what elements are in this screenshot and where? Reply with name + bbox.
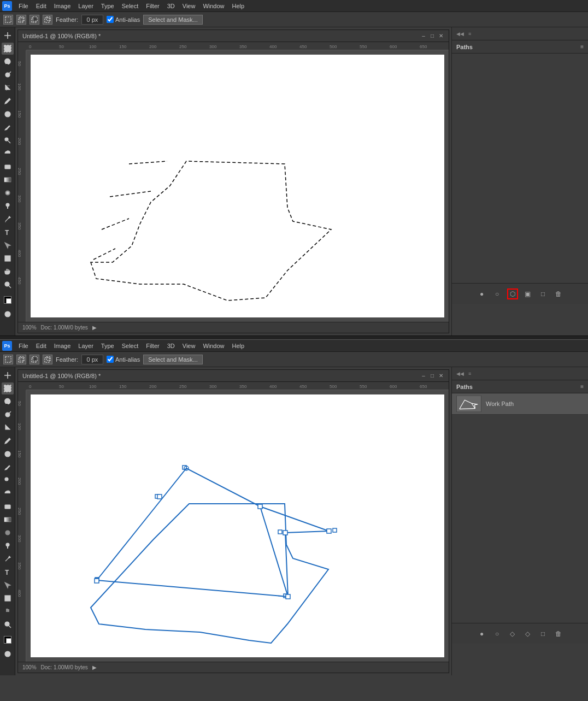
- menu-window[interactable]: Window: [199, 2, 227, 10]
- gradient-tool[interactable]: [2, 174, 14, 186]
- menu-help-2[interactable]: Help: [229, 341, 248, 350]
- hand-tool[interactable]: [2, 266, 14, 278]
- eyedropper-tool[interactable]: [2, 95, 14, 107]
- menu-select-2[interactable]: Select: [119, 341, 142, 350]
- lasso-tool-2[interactable]: [2, 396, 14, 408]
- shape-tool[interactable]: [2, 252, 14, 264]
- brush-tool-2[interactable]: [2, 461, 14, 473]
- quick-select-tool-2[interactable]: [2, 409, 14, 421]
- panel-options-top[interactable]: ≡: [468, 31, 471, 37]
- menu-type-2[interactable]: Type: [98, 341, 117, 350]
- healing-tool-2[interactable]: [2, 448, 14, 460]
- subtract-selection-btn[interactable]: [30, 15, 39, 25]
- top-canvas-area[interactable]: [26, 50, 449, 322]
- history-brush-tool[interactable]: [2, 148, 14, 160]
- lasso-tool[interactable]: [2, 56, 14, 68]
- menu-filter-2[interactable]: Filter: [143, 341, 162, 350]
- close-btn-2[interactable]: ✕: [438, 373, 444, 379]
- menu-help[interactable]: Help: [229, 2, 248, 10]
- menu-layer-2[interactable]: Layer: [75, 341, 97, 350]
- menu-type[interactable]: Type: [98, 2, 117, 10]
- move-tool-2[interactable]: [2, 369, 14, 381]
- feather-input[interactable]: [81, 15, 103, 25]
- new-path-btn-top[interactable]: □: [538, 288, 549, 299]
- eraser-tool[interactable]: [2, 161, 14, 173]
- stroke-path-btn-bottom[interactable]: ○: [492, 628, 503, 639]
- bottom-expand-btn[interactable]: ▶: [92, 664, 97, 670]
- marquee-tool-2[interactable]: [2, 382, 14, 394]
- text-tool[interactable]: T: [2, 226, 14, 238]
- menu-filter[interactable]: Filter: [143, 2, 162, 10]
- feather-input-2[interactable]: [81, 355, 103, 364]
- menu-edit-2[interactable]: Edit: [33, 341, 50, 350]
- maximize-btn[interactable]: □: [429, 33, 436, 39]
- bottom-panel-menu[interactable]: ≡: [580, 384, 584, 390]
- menu-image[interactable]: Image: [51, 2, 74, 10]
- intersect-selection-btn[interactable]: [43, 15, 52, 25]
- bottom-canvas-area[interactable]: [26, 390, 449, 662]
- path-selection-tool-2[interactable]: [2, 579, 14, 591]
- new-selection-btn[interactable]: [3, 15, 13, 25]
- healing-tool[interactable]: [2, 108, 14, 120]
- intersect-selection-btn-2[interactable]: [43, 355, 52, 364]
- fill-path-btn-bottom[interactable]: ●: [477, 628, 487, 639]
- fill-path-btn-top[interactable]: ●: [477, 288, 487, 299]
- delete-path-btn-bottom[interactable]: 🗑: [553, 628, 564, 639]
- panel-collapse-bottom[interactable]: ◀◀: [456, 371, 464, 376]
- menu-file-2[interactable]: File: [15, 341, 32, 350]
- quick-mask-btn[interactable]: [2, 308, 14, 320]
- pen-tool[interactable]: [2, 213, 14, 225]
- antialias-checkbox[interactable]: [107, 16, 114, 23]
- select-mask-button[interactable]: Select and Mask...: [143, 15, 203, 25]
- menu-select[interactable]: Select: [119, 2, 142, 10]
- work-path-item[interactable]: Work Path: [452, 393, 588, 415]
- top-panel-menu[interactable]: ≡: [580, 44, 584, 50]
- menu-view[interactable]: View: [179, 2, 199, 10]
- brush-tool[interactable]: [2, 121, 14, 133]
- maximize-btn-2[interactable]: □: [429, 373, 436, 379]
- minimize-btn-2[interactable]: –: [420, 373, 427, 379]
- new-selection-btn-2[interactable]: [3, 355, 13, 364]
- crop-tool-2[interactable]: [2, 422, 14, 434]
- path-to-selection-btn-bottom[interactable]: ◇: [507, 628, 518, 639]
- menu-window-2[interactable]: Window: [199, 341, 227, 350]
- clone-stamp-tool-2[interactable]: [2, 474, 14, 486]
- antialias-checkbox-2[interactable]: [107, 356, 114, 363]
- menu-layer[interactable]: Layer: [75, 2, 97, 10]
- menu-file[interactable]: File: [15, 2, 32, 10]
- add-selection-btn-2[interactable]: [16, 355, 26, 364]
- eyedropper-tool-2[interactable]: [2, 435, 14, 447]
- shape-tool-2[interactable]: [2, 592, 14, 604]
- crop-tool[interactable]: [2, 82, 14, 94]
- panel-collapse-top[interactable]: ◀◀: [456, 31, 464, 37]
- foreground-color-2[interactable]: [2, 634, 14, 646]
- menu-view-2[interactable]: View: [179, 341, 199, 350]
- pen-tool-2[interactable]: [2, 553, 14, 565]
- delete-path-btn-top[interactable]: 🗑: [553, 288, 564, 299]
- move-tool[interactable]: [2, 30, 14, 42]
- dodge-tool[interactable]: [2, 200, 14, 212]
- path-selection-tool[interactable]: [2, 239, 14, 251]
- stroke-path-btn-top[interactable]: ○: [492, 288, 503, 299]
- quick-mask-btn-2[interactable]: [2, 648, 14, 660]
- selection-to-path-btn-top[interactable]: ▣: [522, 288, 533, 299]
- menu-image-2[interactable]: Image: [51, 341, 74, 350]
- menu-edit[interactable]: Edit: [33, 2, 50, 10]
- close-btn[interactable]: ✕: [438, 33, 444, 39]
- top-expand-btn[interactable]: ▶: [92, 325, 97, 331]
- foreground-color[interactable]: [2, 294, 14, 306]
- new-path-btn-bottom[interactable]: □: [538, 628, 549, 639]
- select-mask-button-2[interactable]: Select and Mask...: [143, 355, 203, 364]
- selection-to-path-btn-bottom[interactable]: ◇: [522, 628, 533, 639]
- zoom-tool[interactable]: [2, 279, 14, 291]
- subtract-selection-btn-2[interactable]: [30, 355, 39, 364]
- dodge-tool-2[interactable]: [2, 540, 14, 552]
- gradient-tool-2[interactable]: [2, 514, 14, 526]
- clone-stamp-tool[interactable]: [2, 134, 14, 146]
- blur-tool-2[interactable]: [2, 527, 14, 539]
- menu-3d-2[interactable]: 3D: [164, 341, 178, 350]
- panel-options-bottom[interactable]: ≡: [468, 371, 471, 376]
- zoom-tool-2[interactable]: [2, 618, 14, 631]
- text-tool-2[interactable]: T: [2, 566, 14, 578]
- blur-tool[interactable]: [2, 187, 14, 199]
